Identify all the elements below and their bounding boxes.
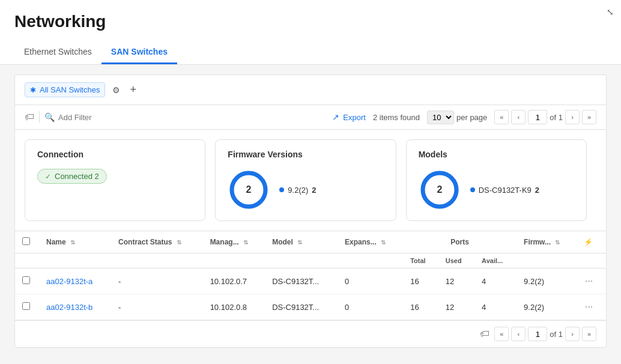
th-model[interactable]: Model ⇅ <box>265 231 338 253</box>
search-input[interactable] <box>58 113 285 122</box>
search-wrap: 🔍 <box>44 112 285 122</box>
th-actions: ⚡ <box>577 231 606 253</box>
th-name[interactable]: Name ⇅ <box>39 231 111 253</box>
tab-ethernet[interactable]: Ethernet Switches <box>14 41 101 64</box>
models-legend-dot <box>470 187 475 192</box>
sort-name-icon: ⇅ <box>70 239 75 246</box>
sort-firmware-icon: ⇅ <box>555 239 560 246</box>
panel-toolbar-left: ✱ All SAN Switches ⚙ + <box>25 82 596 97</box>
table-footer: 🏷 « ‹ of 1 › » <box>15 320 606 347</box>
th-ports-avail: Avail... <box>474 253 516 268</box>
first-page-button[interactable]: « <box>494 110 509 124</box>
firmware-card-title: Firmware Versions <box>228 150 383 159</box>
all-san-switches-tab[interactable]: ✱ All SAN Switches <box>25 82 105 97</box>
th-ports-group: Ports <box>403 231 516 253</box>
connection-badge: ✓ Connected 2 <box>37 169 107 184</box>
td-ports-avail-0: 4 <box>474 268 516 294</box>
td-ports-used-0: 12 <box>438 268 474 294</box>
lightning-icon: ⚡ <box>584 238 593 246</box>
per-page-select: 10 25 50 per page <box>427 111 487 124</box>
page-header: Networking Ethernet Switches SAN Switche… <box>0 0 621 65</box>
collapse-cards-button[interactable]: ⤡ <box>607 7 614 17</box>
table-header-row-1: Name ⇅ Contract Status ⇅ Manag... ⇅ Mo <box>15 231 606 253</box>
summary-cards: Connection ✓ Connected 2 Firmware Versio… <box>15 130 606 231</box>
connection-badge-label: Connected 2 <box>55 172 99 181</box>
pagination: « ‹ of 1 › » <box>494 110 596 124</box>
footer-first-page-button[interactable]: « <box>494 327 509 341</box>
device-link-1[interactable]: aa02-9132t-b <box>46 303 92 312</box>
per-page-dropdown[interactable]: 10 25 50 <box>427 111 454 124</box>
td-checkbox-0 <box>15 268 39 294</box>
add-tab-button[interactable]: + <box>127 82 139 97</box>
th-manage[interactable]: Manag... ⇅ <box>203 231 265 253</box>
td-expansion-1: 0 <box>338 294 403 320</box>
models-legend: DS-C9132T-K9 2 <box>470 186 539 195</box>
export-icon: ↗ <box>332 112 339 122</box>
action-bar: 🏷 🔍 ↗ Export 2 items found 10 25 5 <box>15 105 606 130</box>
asterisk-icon: ✱ <box>30 86 36 94</box>
footer-prev-page-button[interactable]: ‹ <box>511 327 526 341</box>
page-input[interactable] <box>528 110 547 124</box>
th-contract-status[interactable]: Contract Status ⇅ <box>111 231 203 253</box>
search-icon: 🔍 <box>44 112 55 122</box>
th-ports-total: Total <box>403 253 438 268</box>
tab-bar: Ethernet Switches SAN Switches <box>14 41 607 64</box>
select-all-checkbox[interactable] <box>22 237 30 245</box>
per-page-label: per page <box>456 113 487 122</box>
firmware-card: Firmware Versions 2 9.2(2) 2 <box>215 139 396 221</box>
footer-tag-icon[interactable]: 🏷 <box>480 329 489 339</box>
connection-card-title: Connection <box>37 150 193 159</box>
export-button[interactable]: ↗ Export <box>332 112 366 122</box>
divider <box>39 111 40 123</box>
th2-blank-check <box>15 253 39 268</box>
table-row: aa02-9132t-b - 10.102.0.8 DS-C9132T... 0… <box>15 294 606 320</box>
firmware-legend: 9.2(2) 2 <box>279 186 316 195</box>
th2-blank-manage <box>203 253 265 268</box>
th-ports-used: Used <box>438 253 474 268</box>
td-model-1: DS-C9132T... <box>265 294 338 320</box>
td-ports-used-1: 12 <box>438 294 474 320</box>
td-firmware-0: 9.2(2) <box>516 268 577 294</box>
th-expansion[interactable]: Expans... ⇅ <box>338 231 403 253</box>
row-checkbox-0[interactable] <box>22 276 30 284</box>
firmware-legend-item: 9.2(2) 2 <box>279 186 316 195</box>
sort-contract-icon: ⇅ <box>177 239 181 246</box>
models-card: Models 2 DS-C9132T-K9 2 <box>406 139 587 221</box>
td-manage-1: 10.102.0.8 <box>203 294 265 320</box>
models-donut-chart: 2 <box>419 169 461 211</box>
footer-pagination: « ‹ of 1 › » <box>494 327 596 341</box>
sort-manage-icon: ⇅ <box>243 239 248 246</box>
action-bar-right: ↗ Export 2 items found 10 25 50 per page… <box>332 110 596 124</box>
last-page-button[interactable]: » <box>582 110 596 124</box>
san-switches-table: Name ⇅ Contract Status ⇅ Manag... ⇅ Mo <box>15 231 606 320</box>
td-checkbox-1 <box>15 294 39 320</box>
th2-blank-name <box>39 253 111 268</box>
firmware-legend-dot <box>279 187 284 192</box>
row-more-button-0[interactable]: ··· <box>584 275 594 288</box>
device-link-0[interactable]: aa02-9132t-a <box>46 277 92 286</box>
connected-dot-icon: ✓ <box>45 172 51 181</box>
models-card-title: Models <box>419 150 574 159</box>
models-legend-item: DS-C9132T-K9 2 <box>470 186 539 195</box>
models-legend-value: 2 <box>535 186 539 195</box>
firmware-legend-value: 2 <box>312 186 316 195</box>
th2-blank-firmware <box>516 253 577 268</box>
tag-icon[interactable]: 🏷 <box>25 112 34 123</box>
row-checkbox-1[interactable] <box>22 302 30 310</box>
page-of: of 1 <box>550 113 563 122</box>
td-model-0: DS-C9132T... <box>265 268 338 294</box>
next-page-button[interactable]: › <box>565 110 580 124</box>
footer-page-input[interactable] <box>528 327 547 341</box>
prev-page-button[interactable]: ‹ <box>511 110 526 124</box>
svg-text:2: 2 <box>437 184 442 195</box>
row-more-button-1[interactable]: ··· <box>584 300 594 314</box>
th-firmware[interactable]: Firmw... ⇅ <box>516 231 577 253</box>
footer-next-page-button[interactable]: › <box>565 327 580 341</box>
footer-last-page-button[interactable]: » <box>582 327 596 341</box>
td-expansion-0: 0 <box>338 268 403 294</box>
settings-button[interactable]: ⚙ <box>110 84 123 96</box>
td-firmware-1: 9.2(2) <box>516 294 577 320</box>
tab-san[interactable]: SAN Switches <box>101 41 177 64</box>
th2-blank-model <box>265 253 338 268</box>
footer-page-of: of 1 <box>550 330 563 339</box>
